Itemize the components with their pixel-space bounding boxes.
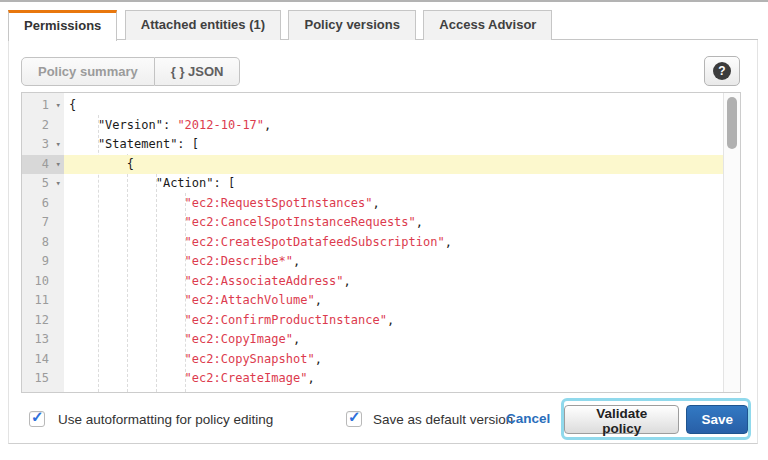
line-number: 3▾ xyxy=(22,135,64,155)
view-toggle-group: Policy summary { } JSON xyxy=(21,57,240,86)
line-number: 6 xyxy=(22,194,64,214)
checkmark-icon: ✓ xyxy=(31,408,44,426)
primary-actions-focus-ring: Validate policy Save xyxy=(561,398,751,440)
line-number: 12 xyxy=(22,311,64,331)
policy-json-editor[interactable]: 1▾23▾4▾5▾6789101112131415 { "Version": "… xyxy=(21,92,741,393)
tab-attached-entities[interactable]: Attached entities (1) xyxy=(125,10,281,40)
tab-access-advisor[interactable]: Access Advisor xyxy=(423,10,552,40)
top-divider xyxy=(0,0,768,2)
line-number: 8 xyxy=(22,233,64,253)
json-view-button[interactable]: { } JSON xyxy=(155,57,241,86)
cancel-link[interactable]: Cancel xyxy=(506,411,550,426)
code-line[interactable]: { xyxy=(64,96,723,116)
permissions-panel: Policy summary { } JSON ? 1▾23▾4▾5▾67891… xyxy=(8,40,758,444)
fold-arrow-icon[interactable]: ▾ xyxy=(56,96,61,116)
line-number: 1▾ xyxy=(22,96,64,116)
line-number: 7 xyxy=(22,213,64,233)
code-line[interactable]: "ec2:ConfirmProductInstance", xyxy=(64,311,723,331)
editor-code-area[interactable]: { "Version": "2012-10-17", "Statement": … xyxy=(64,93,723,392)
scrollbar-thumb[interactable] xyxy=(727,97,737,149)
line-number: 13 xyxy=(22,330,64,350)
autoformat-label: Use autoformatting for policy editing xyxy=(58,412,273,427)
iam-policy-editor-screen: Permissions Attached entities (1) Policy… xyxy=(0,0,768,460)
line-number: 4▾ xyxy=(22,155,64,175)
line-number: 2 xyxy=(22,116,64,136)
editor-gutter: 1▾23▾4▾5▾6789101112131415 xyxy=(22,93,64,392)
default-version-checkbox[interactable]: ✓ xyxy=(346,411,362,427)
line-number: 11 xyxy=(22,291,64,311)
tab-permissions[interactable]: Permissions xyxy=(8,10,117,41)
editor-vertical-scrollbar[interactable] xyxy=(723,93,740,392)
code-line[interactable]: "ec2:Describe*", xyxy=(64,252,723,272)
code-line[interactable]: "ec2:CancelSpotInstanceRequests", xyxy=(64,213,723,233)
policy-summary-button[interactable]: Policy summary xyxy=(21,57,155,86)
line-number: 5▾ xyxy=(22,174,64,194)
checkmark-icon: ✓ xyxy=(348,408,361,426)
code-line[interactable]: { xyxy=(64,155,723,175)
line-number: 15 xyxy=(22,369,64,389)
fold-arrow-icon[interactable]: ▾ xyxy=(56,174,61,194)
default-version-label: Save as default version xyxy=(373,412,513,427)
code-line[interactable]: "ec2:CopyImage", xyxy=(64,330,723,350)
question-mark-icon: ? xyxy=(713,62,731,80)
code-line[interactable]: "Statement": [ xyxy=(64,135,723,155)
tab-bar: Permissions Attached entities (1) Policy… xyxy=(8,10,758,41)
validate-policy-button[interactable]: Validate policy xyxy=(564,405,679,434)
fold-arrow-icon[interactable]: ▾ xyxy=(56,135,61,155)
code-line[interactable]: "ec2:CreateImage", xyxy=(64,369,723,389)
code-line[interactable]: "Version": "2012-10-17", xyxy=(64,116,723,136)
line-number: 9 xyxy=(22,252,64,272)
line-number: 14 xyxy=(22,350,64,370)
footer-controls: ✓ Use autoformatting for policy editing … xyxy=(9,392,757,443)
code-line[interactable]: "Action": [ xyxy=(64,174,723,194)
code-line[interactable]: "ec2:RequestSpotInstances", xyxy=(64,194,723,214)
help-button[interactable]: ? xyxy=(704,56,740,86)
line-number: 10 xyxy=(22,272,64,292)
tab-policy-versions[interactable]: Policy versions xyxy=(288,10,415,40)
code-line[interactable]: "ec2:CopySnapshot", xyxy=(64,350,723,370)
save-button[interactable]: Save xyxy=(686,405,748,434)
fold-arrow-icon[interactable]: ▾ xyxy=(56,155,61,175)
code-line[interactable]: "ec2:CreateSpotDatafeedSubscription", xyxy=(64,233,723,253)
autoformat-checkbox[interactable]: ✓ xyxy=(29,411,45,427)
code-line[interactable]: "ec2:AssociateAddress", xyxy=(64,272,723,292)
code-line[interactable]: "ec2:AttachVolume", xyxy=(64,291,723,311)
